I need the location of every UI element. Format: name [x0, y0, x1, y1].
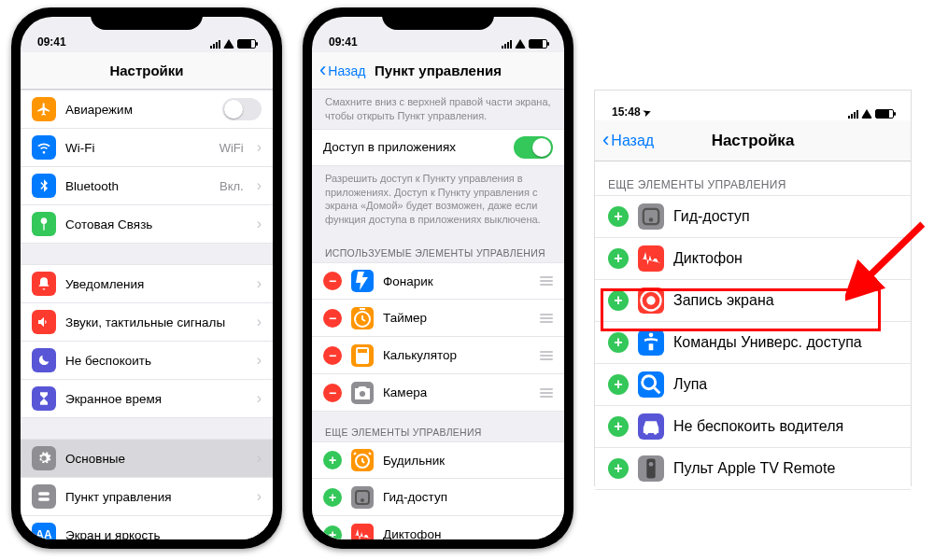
row-label: Запись экрана: [673, 292, 898, 309]
row-label: Основные: [65, 452, 244, 466]
remove-button[interactable]: −: [323, 384, 342, 402]
add-button[interactable]: +: [608, 248, 629, 269]
remove-button[interactable]: −: [323, 346, 342, 365]
toggle[interactable]: [222, 98, 262, 120]
chevron-right-icon: ›: [257, 390, 262, 407]
row-label: Камера: [383, 385, 525, 399]
control-row-guided[interactable]: +Гид-доступ: [312, 479, 564, 516]
row-label: Гид-доступ: [383, 490, 553, 504]
hourglass-icon: [32, 386, 56, 411]
settings-row-hourglass[interactable]: Экранное время›: [21, 380, 273, 418]
row-label: Команды Универс. доступа: [673, 334, 898, 351]
alarm-icon: [351, 449, 374, 471]
control-row-voicememo[interactable]: +Диктофон: [595, 238, 911, 280]
wifi-icon: [223, 39, 234, 49]
control-row-record[interactable]: +Запись экрана: [595, 280, 911, 322]
row-label: Пункт управления: [65, 490, 244, 504]
control-row-car[interactable]: +Не беспокоить водителя: [595, 406, 911, 448]
control-row-magnifier[interactable]: +Лупа: [595, 364, 911, 406]
settings-row-aa[interactable]: AAЭкран и яркость›: [21, 516, 273, 539]
svg-point-15: [361, 499, 363, 501]
access-in-apps-row[interactable]: Доступ в приложениях: [312, 129, 564, 166]
add-button[interactable]: +: [608, 374, 629, 395]
back-button[interactable]: Назад: [319, 63, 365, 78]
add-button[interactable]: +: [608, 206, 629, 227]
remove-button[interactable]: −: [323, 309, 342, 328]
control-row-alarm[interactable]: +Будильник: [312, 441, 564, 479]
remove-button[interactable]: −: [323, 272, 342, 290]
wifi-icon: [32, 135, 56, 160]
magnifier-icon: [638, 371, 664, 398]
settings-row-bluetooth[interactable]: BluetoothВкл.›: [21, 167, 273, 205]
row-label: Не беспокоить: [65, 354, 244, 368]
control-row-flash[interactable]: −Фонарик: [312, 262, 564, 300]
control-row-access[interactable]: +Команды Универс. доступа: [595, 322, 911, 364]
chevron-right-icon: ›: [257, 177, 262, 194]
aa-icon: AA: [32, 523, 56, 539]
row-label: Сотовая Связь: [65, 217, 244, 231]
settings-row-antenna[interactable]: Сотовая Связь›: [21, 205, 273, 244]
battery-icon: [875, 109, 894, 119]
row-label: Фонарик: [383, 274, 525, 288]
drag-handle-icon[interactable]: [540, 276, 553, 286]
battery-icon: [529, 39, 547, 49]
control-row-guided[interactable]: +Гид-доступ: [595, 195, 911, 238]
row-label: Лупа: [673, 376, 898, 393]
add-button[interactable]: +: [608, 332, 629, 353]
hint-swipe: Смахните вниз с верхней правой части экр…: [312, 90, 564, 129]
svg-rect-0: [38, 492, 50, 495]
row-label: Таймер: [383, 311, 525, 325]
control-row-calc[interactable]: −Калькулятор: [312, 337, 564, 374]
add-button[interactable]: +: [608, 290, 629, 311]
row-label: Bluetooth: [65, 179, 210, 193]
chevron-right-icon: ›: [257, 275, 262, 292]
svg-point-25: [649, 462, 654, 467]
back-button[interactable]: Назад: [602, 133, 654, 149]
access-toggle[interactable]: [514, 136, 553, 159]
settings-row-gear[interactable]: Основные›: [21, 439, 273, 478]
control-row-camera[interactable]: −Камера: [312, 374, 564, 412]
airplane-icon: [32, 97, 56, 121]
settings-row-airplane[interactable]: Авиарежим: [21, 90, 273, 129]
signal-icon: [210, 40, 220, 49]
add-button[interactable]: +: [323, 525, 342, 539]
drag-handle-icon[interactable]: [540, 351, 553, 360]
settings-row-moon[interactable]: Не беспокоить›: [21, 342, 273, 380]
guided-icon: [351, 486, 374, 509]
calc-icon: [351, 344, 374, 367]
flash-icon: [351, 270, 374, 292]
svg-point-17: [650, 218, 652, 220]
control-row-remote[interactable]: +Пульт Apple TV Remote: [595, 448, 911, 490]
camera-icon: [351, 382, 374, 404]
moon-icon: [32, 348, 56, 372]
bell-icon: [32, 272, 56, 296]
guided-icon: [638, 203, 664, 230]
row-label: Диктофон: [383, 527, 553, 539]
section-more-header: ЕЩЕ ЭЛЕМЕНТЫ УПРАВЛЕНИЯ: [312, 412, 564, 441]
add-button[interactable]: +: [608, 416, 629, 437]
add-button[interactable]: +: [608, 458, 629, 479]
control-row-voicememo[interactable]: +Диктофон: [312, 516, 564, 539]
control-row-timer[interactable]: −Таймер: [312, 300, 564, 337]
chevron-right-icon: ›: [257, 450, 262, 467]
add-button[interactable]: +: [323, 451, 342, 469]
wifi-icon: [515, 39, 526, 49]
toggle-label: Доступ в приложениях: [323, 140, 504, 154]
settings-row-bell[interactable]: Уведомления›: [21, 264, 273, 303]
settings-row-wifi[interactable]: Wi-FiWiFi›: [21, 129, 273, 167]
row-label: Wi-Fi: [65, 141, 210, 155]
panel-3: 15:48 Назад Настройка ЕЩЕ ЭЛЕМЕНТЫ УПРАВ…: [594, 90, 912, 486]
svg-point-19: [646, 296, 655, 304]
settings-row-speaker[interactable]: Звуки, тактильные сигналы›: [21, 303, 273, 342]
drag-handle-icon[interactable]: [540, 314, 553, 323]
row-label: Авиарежим: [65, 103, 213, 117]
signal-icon: [502, 40, 512, 49]
settings-row-switches[interactable]: Пункт управления›: [21, 478, 273, 516]
voicememo-icon: [638, 245, 664, 272]
drag-handle-icon[interactable]: [540, 388, 553, 398]
add-button[interactable]: +: [323, 488, 342, 507]
svg-point-12: [360, 391, 365, 397]
section-used-header: ИСПОЛЬЗУЕМЫЕ ЭЛЕМЕНТЫ УПРАВЛЕНИЯ: [312, 232, 564, 262]
chevron-right-icon: ›: [257, 314, 262, 330]
switches-icon: [32, 484, 56, 509]
